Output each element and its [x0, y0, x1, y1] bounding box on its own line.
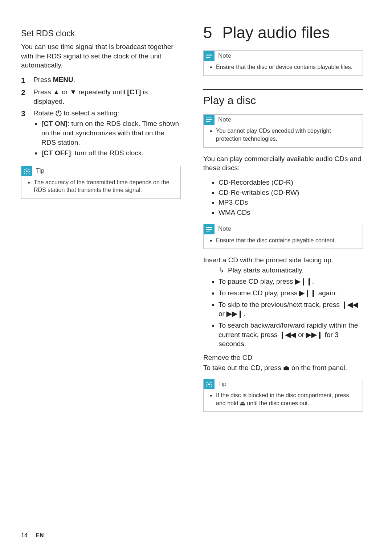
svg-rect-16: [206, 121, 210, 122]
svg-rect-18: [206, 229, 212, 230]
auto-play-text: Play starts automatically.: [228, 266, 304, 275]
svg-rect-25: [206, 382, 208, 383]
callout-header: Tip: [204, 379, 363, 389]
result-line: ↳ Play starts automatically.: [203, 266, 363, 275]
next-track-icon: ▶▶❙: [226, 310, 243, 317]
svg-point-2: [26, 171, 28, 172]
divider: [21, 22, 181, 22]
note-item: Ensure that the disc or device contains …: [216, 63, 358, 71]
step-number: 3: [21, 108, 27, 159]
note-title: Note: [218, 52, 231, 60]
rotary-knob-icon: [56, 110, 62, 116]
note-item: Ensure that the disc contains playable c…: [216, 237, 358, 245]
list-item: MP3 CDs: [219, 198, 363, 207]
svg-rect-17: [206, 227, 212, 228]
svg-rect-12: [206, 56, 212, 56]
svg-rect-27: [206, 385, 208, 387]
tip-title: Tip: [218, 380, 226, 389]
eject-icon: ⏏: [240, 400, 245, 406]
list-item: CD-Re-writables (CD-RW): [219, 188, 363, 197]
tip-list: The accuracy of the transmitted time dep…: [21, 176, 180, 198]
up-triangle-icon: ▲: [53, 88, 60, 96]
note-title: Note: [218, 116, 231, 124]
note-callout-3: Note Ensure that the disc contains playa…: [203, 224, 363, 249]
tip-title: Tip: [36, 167, 44, 175]
note-item: You cannot play CDs encoded with copyrig…: [216, 127, 358, 143]
tip-callout-2: Tip If the disc is blocked in the disc c…: [203, 379, 363, 412]
step-3: 3 Rotate to select a setting: [CT ON]: t…: [21, 108, 181, 159]
tip-icon: [21, 166, 32, 176]
note-title: Note: [218, 225, 231, 233]
rds-intro-text: You can use time signal that is broadcas…: [21, 42, 181, 70]
step-number: 1: [21, 75, 27, 85]
result-arrow-icon: ↳: [219, 266, 224, 275]
svg-rect-10: [28, 172, 30, 174]
play-pause-icon: ▶❙❙: [299, 289, 316, 297]
step-3-sublist: [CT ON]: turn on the RDS clock. Time sho…: [33, 119, 181, 158]
svg-rect-11: [206, 54, 212, 54]
skip-item: To skip to the previous/next track, pres…: [219, 300, 363, 319]
chapter-title: Play audio files: [222, 22, 330, 43]
disc-intro-text: You can play commercially available audi…: [203, 154, 363, 173]
two-columns: Set RDS clock You can use time signal th…: [21, 22, 371, 521]
note-list: You cannot play CDs encoded with copyrig…: [204, 125, 363, 147]
callout-header: Note: [204, 51, 363, 61]
step-number: 2: [21, 87, 27, 106]
chapter-number: 5: [203, 22, 212, 43]
rewind-icon: ❙◀◀: [279, 331, 296, 338]
ct-on-item: [CT ON]: turn on the RDS clock. Time sho…: [41, 119, 181, 147]
svg-rect-13: [206, 57, 210, 58]
tip-list: If the disc is blocked in the disc compa…: [204, 389, 363, 411]
svg-rect-14: [206, 118, 212, 118]
svg-rect-19: [206, 231, 210, 231]
tip-item: If the disc is blocked in the disc compa…: [216, 391, 358, 407]
note-list: Ensure that the disc contains playable c…: [204, 234, 363, 249]
note-icon: [204, 224, 215, 234]
svg-rect-28: [211, 385, 212, 387]
svg-rect-5: [24, 171, 25, 172]
svg-rect-8: [28, 169, 30, 170]
callout-header: Note: [204, 224, 363, 234]
set-rds-clock-heading: Set RDS clock: [21, 28, 181, 39]
note-icon: [204, 115, 215, 125]
note-callout-2: Note You cannot play CDs encoded with co…: [203, 114, 363, 147]
note-callout-1: Note Ensure that the disc or device cont…: [203, 50, 363, 76]
search-item: To search backward/forward rapidly withi…: [219, 321, 363, 349]
step-text: Rotate to select a setting: [CT ON]: tur…: [33, 108, 181, 159]
insert-cd-text: Insert a CD with the printed side facing…: [203, 255, 363, 265]
remove-cd-text: To take out the CD, press ⏏ on the front…: [203, 363, 363, 373]
step-text: Press MENU.: [33, 75, 181, 85]
ct-off-item: [CT OFF]: turn off the RDS clock.: [41, 148, 181, 158]
step-text: Press ▲ or ▼ repeatedly until [CT] is di…: [33, 87, 181, 106]
right-column: 5 Play audio files Note Ensure that the …: [203, 22, 363, 521]
svg-point-20: [208, 383, 210, 385]
tip-callout: Tip The accuracy of the transmitted time…: [21, 166, 181, 199]
rds-steps: 1 Press MENU. 2 Press ▲ or ▼ repeatedly …: [21, 75, 181, 159]
pause-item: To pause CD play, press ▶❙❙.: [219, 277, 363, 286]
svg-rect-3: [26, 168, 27, 169]
note-list: Ensure that the disc or device contains …: [204, 61, 363, 75]
note-icon: [204, 51, 215, 61]
svg-rect-22: [209, 386, 209, 387]
language-code: EN: [36, 532, 44, 538]
svg-rect-24: [211, 384, 212, 385]
resume-item: To resume CD play, press ▶❙❙ again.: [219, 288, 363, 298]
callout-header: Tip: [21, 166, 180, 176]
remove-cd-heading: Remove the CD: [203, 353, 363, 362]
page-footer: 14 EN: [21, 521, 371, 539]
play-a-disc-heading: Play a disc: [203, 93, 363, 108]
step-1: 1 Press MENU.: [21, 75, 181, 85]
fast-forward-icon: ▶▶❙: [306, 331, 323, 338]
eject-icon: ⏏: [283, 364, 290, 372]
left-column: Set RDS clock You can use time signal th…: [21, 22, 181, 521]
svg-rect-7: [24, 169, 25, 170]
callout-header: Note: [204, 115, 363, 125]
step-2: 2 Press ▲ or ▼ repeatedly until [CT] is …: [21, 87, 181, 106]
divider: [203, 89, 363, 90]
tip-item: The accuracy of the transmitted time dep…: [34, 178, 175, 194]
prev-track-icon: ❙◀◀: [342, 301, 358, 308]
list-item: WMA CDs: [219, 208, 363, 217]
supported-discs-list: CD-Recordables (CD-R) CD-Re-writables (C…: [203, 178, 363, 217]
svg-rect-21: [209, 381, 209, 382]
down-triangle-icon: ▼: [70, 88, 77, 96]
